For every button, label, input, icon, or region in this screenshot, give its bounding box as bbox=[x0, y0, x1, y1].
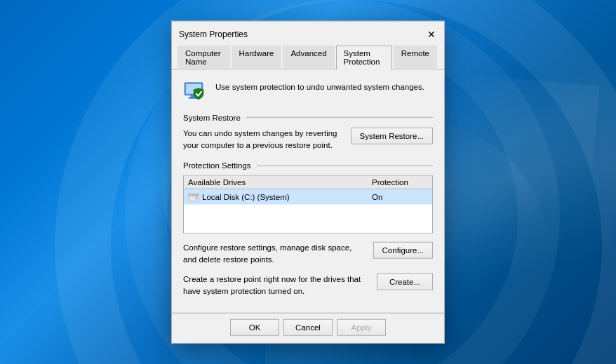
tab-system-protection[interactable]: System Protection bbox=[336, 45, 392, 69]
title-bar: System Properties ✕ bbox=[172, 21, 444, 41]
drives-col-header: Available Drives bbox=[188, 178, 372, 187]
svg-point-8 bbox=[196, 198, 196, 198]
drives-table-empty-space bbox=[184, 205, 432, 233]
protection-settings-divider bbox=[257, 165, 433, 166]
apply-button[interactable]: Apply bbox=[337, 319, 386, 336]
system-restore-divider bbox=[246, 117, 433, 118]
dialog-footer: OK Cancel Apply bbox=[172, 313, 444, 343]
tab-computer-name[interactable]: Computer Name bbox=[178, 45, 230, 69]
configure-description: Configure restore settings, manage disk … bbox=[183, 242, 366, 267]
system-protection-icon bbox=[183, 78, 208, 103]
close-button[interactable]: ✕ bbox=[424, 27, 438, 41]
protection-settings-section: Protection Settings Available Drives Pro… bbox=[183, 161, 433, 234]
svg-rect-5 bbox=[189, 194, 199, 196]
dialog-title: System Properties bbox=[179, 29, 248, 39]
tab-remote[interactable]: Remote bbox=[394, 45, 437, 69]
drives-table: Available Drives Protection Local Disk (… bbox=[183, 175, 433, 234]
protection-settings-label: Protection Settings bbox=[183, 161, 251, 170]
description-text: Use system protection to undo unwanted s… bbox=[215, 78, 424, 92]
configure-row: Configure restore settings, manage disk … bbox=[183, 242, 433, 267]
description-row: Use system protection to undo unwanted s… bbox=[183, 78, 433, 103]
cancel-button[interactable]: Cancel bbox=[283, 319, 333, 336]
tab-bar: Computer Name Hardware Advanced System P… bbox=[172, 41, 444, 69]
create-row: Create a restore point right now for the… bbox=[183, 273, 433, 297]
configure-button[interactable]: Configure... bbox=[373, 242, 433, 259]
drive-icon bbox=[188, 191, 199, 203]
system-restore-button[interactable]: System Restore... bbox=[351, 127, 433, 144]
create-button[interactable]: Create... bbox=[377, 273, 433, 290]
drive-protection-status: On bbox=[372, 193, 428, 201]
svg-rect-6 bbox=[190, 195, 192, 196]
system-restore-header: System Restore bbox=[183, 113, 433, 121]
drives-table-header: Available Drives Protection bbox=[184, 176, 432, 189]
drive-name: Local Disk (C:) (System) bbox=[202, 193, 372, 201]
system-restore-label: System Restore bbox=[183, 113, 241, 121]
dialog-content: Use system protection to undo unwanted s… bbox=[172, 69, 444, 313]
system-properties-dialog: System Properties ✕ Computer Name Hardwa… bbox=[171, 20, 445, 344]
tab-advanced[interactable]: Advanced bbox=[283, 45, 334, 69]
create-description: Create a restore point right now for the… bbox=[183, 273, 370, 297]
tab-hardware[interactable]: Hardware bbox=[232, 45, 282, 69]
restore-row: You can undo system changes by reverting… bbox=[183, 127, 433, 151]
restore-description: You can undo system changes by reverting… bbox=[183, 127, 344, 151]
protection-settings-header: Protection Settings bbox=[183, 161, 433, 170]
drive-row[interactable]: Local Disk (C:) (System) On bbox=[184, 189, 432, 205]
ok-button[interactable]: OK bbox=[230, 319, 279, 336]
system-restore-section: System Restore You can undo system chang… bbox=[183, 113, 433, 151]
protection-col-header: Protection bbox=[372, 178, 428, 187]
